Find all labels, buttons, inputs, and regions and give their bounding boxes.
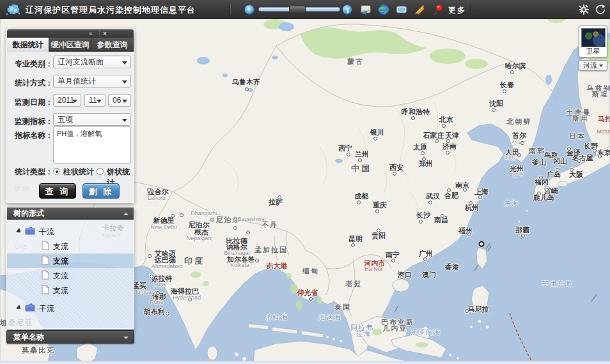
tree-node-label: 支流 [53, 256, 68, 267]
map-islet [326, 336, 329, 338]
map-islet [470, 326, 473, 329]
bar-stat-label: 柱状统计 [63, 167, 94, 178]
indicator-label: 监测指标： [15, 116, 53, 127]
map-islet [284, 312, 286, 314]
zoom-slider-handle[interactable] [289, 6, 306, 13]
app-logo-icon [5, 2, 22, 17]
tree-panel: 树的形式 干流 支流 支流 支流 [6, 208, 134, 329]
month-select[interactable]: 11 [84, 94, 106, 107]
map-islet [285, 319, 287, 321]
stat-method-select[interactable]: 单月值统计 [53, 75, 131, 87]
tree-node-mainstream[interactable]: 干流 [7, 224, 134, 239]
map-island-srilanka [207, 346, 217, 360]
more-button[interactable]: 更多 [448, 5, 466, 16]
gear-icon[interactable] [577, 3, 590, 16]
app-title: 辽河保护区管理局水污染控制地理信息平台 [26, 4, 196, 16]
map-islet-okinawa [522, 232, 525, 235]
stat-method-label: 统计方式： [15, 78, 53, 89]
data-statistics-panel: « × 数据统计 缓冲区查询 参数查询 专业类别： 辽河支流断面 统计方式： 单… [6, 29, 134, 203]
panel-tabs: 数据统计 缓冲区查询 参数查询 [7, 38, 134, 52]
chevron-down-icon [122, 100, 127, 103]
panel-titlebar: « × [7, 29, 134, 38]
menu-name-label: 菜单名称 [13, 333, 44, 342]
map-islet [526, 209, 528, 212]
tree-node-label: 干流 [39, 303, 54, 314]
map-islet [235, 353, 239, 356]
year-select[interactable]: 2011 [53, 94, 81, 107]
tree-node-label: 支流 [53, 241, 68, 252]
tree-node-tributary[interactable]: 支流 [7, 283, 134, 298]
measure-icon[interactable] [413, 3, 426, 16]
menu-name-bar[interactable]: 菜单名称 [6, 330, 134, 344]
chevron-down-icon [72, 100, 77, 103]
tree-node-tributary[interactable]: 支流 [7, 268, 134, 283]
toolbar-separator [356, 4, 356, 15]
pin-icon[interactable] [432, 3, 444, 16]
footer-strip [0, 361, 610, 364]
indicator-name-textarea[interactable]: PH值，溶解氧 [53, 126, 131, 163]
query-button[interactable]: 查 询 [39, 183, 76, 199]
folder-icon [25, 303, 35, 312]
map-islet [340, 340, 342, 342]
chevron-down-icon [97, 100, 102, 103]
indicator-value: 五项 [58, 115, 73, 124]
zoom-end-bar-icon [347, 8, 348, 13]
tree-panel-title: 树的形式 [13, 209, 44, 218]
zoom-full-extent-button[interactable] [342, 4, 352, 15]
category-select[interactable]: 辽河支流断面 [53, 56, 131, 68]
map-islet [485, 325, 489, 329]
logout-icon[interactable] [594, 3, 607, 16]
page-icon [42, 285, 49, 294]
chevron-down-icon [123, 337, 129, 339]
map-islet [478, 319, 481, 323]
expand-triangle-icon[interactable] [16, 228, 22, 234]
map-island-shikoku [558, 181, 568, 186]
zoom-in-button[interactable]: + [244, 4, 254, 15]
rivers-layer-dropdown[interactable]: 河流 [579, 60, 607, 71]
tree-panel-header[interactable]: 树的形式 [7, 208, 134, 220]
map-islet [332, 338, 335, 340]
gis-application: 乌鲁木齐蒙古哈尔滨长春沈阳呼和浩特北京北朝鲜银川石家庄天津太原济南首尔서울西宁兰… [0, 0, 610, 364]
tab-buffer-query[interactable]: 缓冲区查询 [49, 38, 91, 52]
chevron-down-icon [122, 61, 127, 64]
pie-stat-radio[interactable] [97, 168, 104, 175]
toolbar-separator [230, 4, 231, 15]
month-value: 11 [89, 96, 97, 105]
page-icon [42, 241, 49, 250]
panel-close-button[interactable]: × [103, 29, 107, 38]
satellite-view-button[interactable]: 卫星 [579, 26, 607, 57]
indicator-name-label: 指标名称： [15, 130, 53, 141]
map-islet [457, 357, 459, 360]
stat-method-value: 单月值统计 [58, 77, 96, 86]
page-icon [42, 255, 49, 265]
map-island-kyushu [535, 183, 546, 200]
map-island-hainan [393, 279, 409, 292]
satellite-label: 卫星 [579, 47, 607, 56]
collapse-up-icon[interactable] [123, 213, 129, 215]
tab-data-statistics[interactable]: 数据统计 [7, 38, 49, 52]
monitor-date-label: 监测日期： [15, 97, 53, 108]
chevron-down-icon [599, 64, 603, 67]
tree-node-tributary-selected[interactable]: 支流 [7, 254, 134, 268]
folder-icon [25, 227, 35, 235]
bar-stat-radio[interactable] [53, 168, 60, 175]
tree-node-mainstream[interactable]: 干流 [7, 301, 134, 315]
screen-icon[interactable] [395, 3, 408, 16]
tree-node-tributary[interactable]: 支流 [7, 239, 134, 254]
delete-button[interactable]: 删 除 [82, 183, 120, 199]
tree-node-label: 支流 [53, 271, 68, 282]
day-select[interactable]: 06 [108, 94, 131, 107]
tree-node-label: 支流 [53, 285, 68, 296]
rivers-label: 河流 [583, 61, 597, 69]
category-label: 专业类别： [15, 59, 53, 70]
satellite-thumbnail [581, 28, 606, 47]
expand-triangle-icon[interactable] [16, 305, 22, 311]
indicator-select[interactable]: 五项 [53, 113, 131, 126]
globe-icon[interactable] [377, 3, 390, 16]
page-icon [42, 270, 49, 280]
top-toolbar: 辽河保护区管理局水污染控制地理信息平台 + [0, 0, 610, 19]
day-value: 06 [113, 96, 121, 105]
tab-parameter-query[interactable]: 参数查询 [91, 38, 134, 52]
export-map-icon[interactable] [359, 3, 372, 16]
panel-collapse-button[interactable]: « [89, 29, 93, 38]
